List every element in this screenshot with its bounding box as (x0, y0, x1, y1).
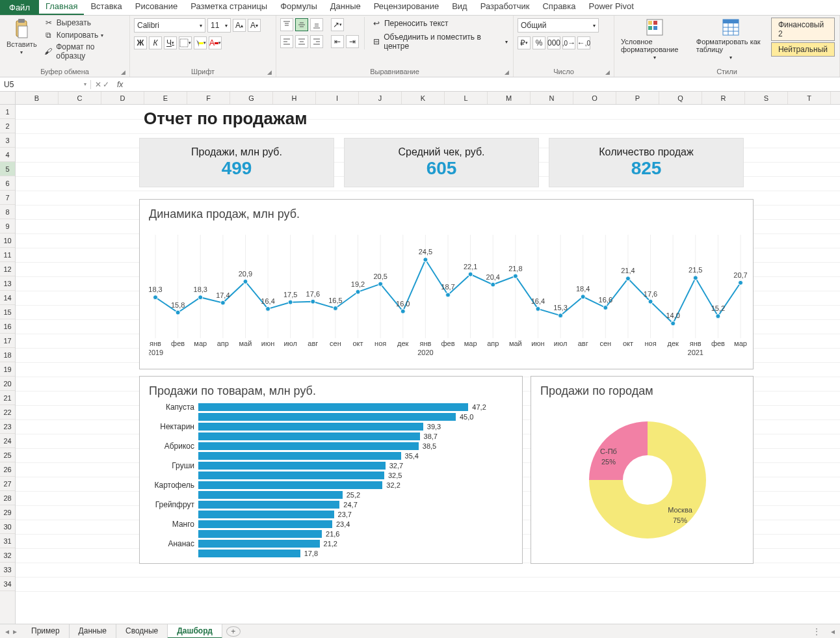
row-header[interactable]: 27 (0, 477, 15, 491)
file-tab[interactable]: Файл (0, 0, 39, 15)
tab-scroll-left-icon[interactable]: ◂ (826, 627, 840, 636)
ribbon-tab[interactable]: Вид (445, 0, 474, 15)
column-header[interactable]: O (573, 92, 616, 104)
column-header[interactable]: C (59, 92, 101, 104)
column-header[interactable]: L (445, 92, 488, 104)
row-header[interactable]: 12 (0, 262, 15, 276)
row-header[interactable]: 22 (0, 405, 15, 419)
increase-decimal-button[interactable]: ,0→ (562, 36, 575, 49)
row-header[interactable]: 18 (0, 348, 15, 362)
row-header[interactable]: 21 (0, 391, 15, 405)
ribbon-tab[interactable]: Разметка страницы (184, 0, 274, 15)
ribbon-tab[interactable]: Главная (39, 0, 84, 15)
dialog-launcher-icon[interactable]: ◢ (121, 69, 125, 75)
align-top-button[interactable] (280, 18, 293, 31)
tab-nav-next-icon[interactable]: ▸ (13, 627, 17, 636)
column-header[interactable]: M (488, 92, 531, 104)
sheet-tab[interactable]: Пример (22, 624, 70, 639)
column-header[interactable]: I (316, 92, 359, 104)
column-header[interactable]: G (230, 92, 273, 104)
align-bottom-button[interactable] (310, 18, 323, 31)
font-size-dropdown[interactable]: 11▾ (207, 18, 231, 33)
column-header[interactable]: P (616, 92, 659, 104)
line-chart[interactable]: Динамика продаж, млн руб. 18,315,818,317… (139, 199, 754, 369)
confirm-edit-icon[interactable]: ✓ (103, 80, 109, 89)
align-right-button[interactable] (310, 35, 323, 48)
column-header[interactable]: D (101, 92, 144, 104)
bold-button[interactable]: Ж (134, 36, 147, 49)
paste-button[interactable]: Вставить▾ (4, 17, 40, 57)
dialog-launcher-icon[interactable]: ◢ (605, 69, 610, 75)
italic-button[interactable]: К (149, 36, 162, 49)
add-sheet-button[interactable]: + (226, 626, 241, 637)
borders-button[interactable]: ▾ (179, 36, 192, 49)
merge-center-button[interactable]: ⊟Объединить и поместить в центре ▾ (370, 33, 509, 51)
column-header[interactable]: N (531, 92, 573, 104)
decrease-indent-button[interactable]: ⇤ (331, 35, 344, 48)
ribbon-tab[interactable]: Рецензирование (367, 0, 445, 15)
row-header[interactable]: 6 (0, 176, 15, 191)
increase-indent-button[interactable]: ⇥ (346, 35, 359, 48)
name-box[interactable]: U5▾ (0, 80, 91, 89)
font-name-dropdown[interactable]: Calibri▾ (134, 18, 205, 33)
column-header[interactable]: Q (659, 92, 702, 104)
align-middle-button[interactable] (295, 18, 308, 31)
copy-button[interactable]: ⧉Копировать ▾ (42, 29, 125, 41)
cut-button[interactable]: ✂Вырезать (42, 17, 125, 29)
ribbon-tab[interactable]: Power Pivot (582, 0, 640, 15)
ribbon-tab[interactable]: Рисование (129, 0, 184, 15)
wrap-text-button[interactable]: ↩Переносить текст (370, 18, 509, 29)
row-header[interactable]: 33 (0, 563, 15, 577)
dialog-launcher-icon[interactable]: ◢ (505, 69, 509, 75)
row-header[interactable]: 3 (0, 133, 15, 148)
row-header[interactable]: 29 (0, 505, 15, 520)
row-header[interactable]: 20 (0, 377, 15, 391)
comma-format-button[interactable]: 000 (547, 36, 560, 49)
column-header[interactable]: K (402, 92, 445, 104)
sheet-tab[interactable]: Сводные (116, 624, 168, 639)
sheet-tab[interactable]: Дашборд (168, 624, 222, 639)
row-header[interactable]: 14 (0, 291, 15, 305)
decrease-font-button[interactable]: A▾ (248, 19, 261, 32)
ribbon-tab[interactable]: Вставка (84, 0, 128, 15)
row-header[interactable]: 13 (0, 276, 15, 291)
column-header[interactable]: S (745, 92, 788, 104)
row-header[interactable]: 31 (0, 534, 15, 548)
column-header[interactable]: T (788, 92, 831, 104)
tab-scroll-icon[interactable]: ⋮ (807, 627, 826, 636)
ribbon-tab[interactable]: Формулы (274, 0, 324, 15)
row-header[interactable]: 30 (0, 520, 15, 534)
fx-icon[interactable]: fx (113, 80, 127, 89)
column-header[interactable]: F (187, 92, 230, 104)
select-all-corner[interactable] (0, 92, 16, 105)
row-header[interactable]: 4 (0, 148, 15, 162)
formula-bar[interactable] (127, 77, 840, 91)
column-header[interactable]: B (16, 92, 59, 104)
row-header[interactable]: 28 (0, 491, 15, 505)
align-center-button[interactable] (295, 35, 308, 48)
row-header[interactable]: 15 (0, 305, 15, 319)
row-header[interactable]: 16 (0, 319, 15, 334)
column-header[interactable]: E (144, 92, 187, 104)
ribbon-tab[interactable]: Данные (324, 0, 367, 15)
row-header[interactable]: 25 (0, 448, 15, 462)
conditional-formatting-button[interactable]: Условное форматирование▾ (618, 17, 691, 62)
format-painter-button[interactable]: 🖌Формат по образцу (42, 42, 125, 61)
row-header[interactable]: 32 (0, 548, 15, 563)
row-header[interactable]: 8 (0, 205, 15, 219)
row-header[interactable]: 9 (0, 219, 15, 233)
increase-font-button[interactable]: A▴ (233, 19, 246, 32)
column-header[interactable]: J (359, 92, 402, 104)
number-format-dropdown[interactable]: Общий▾ (518, 18, 599, 33)
row-header[interactable]: 2 (0, 119, 15, 133)
row-header[interactable]: 26 (0, 462, 15, 477)
tab-nav-prev-icon[interactable]: ◂ (5, 627, 9, 636)
cell-style-financial[interactable]: Финансовый 2 (771, 18, 835, 41)
cell-style-neutral[interactable]: Нейтральный (771, 42, 835, 57)
align-left-button[interactable] (280, 35, 293, 48)
row-header[interactable]: 5 (0, 162, 15, 176)
row-header[interactable]: 23 (0, 419, 15, 434)
row-header[interactable]: 34 (0, 577, 15, 591)
bar-chart[interactable]: Продажи по товарам, млн руб. Капуста47,2… (139, 376, 523, 564)
ribbon-tab[interactable]: Разработчик (474, 0, 536, 15)
